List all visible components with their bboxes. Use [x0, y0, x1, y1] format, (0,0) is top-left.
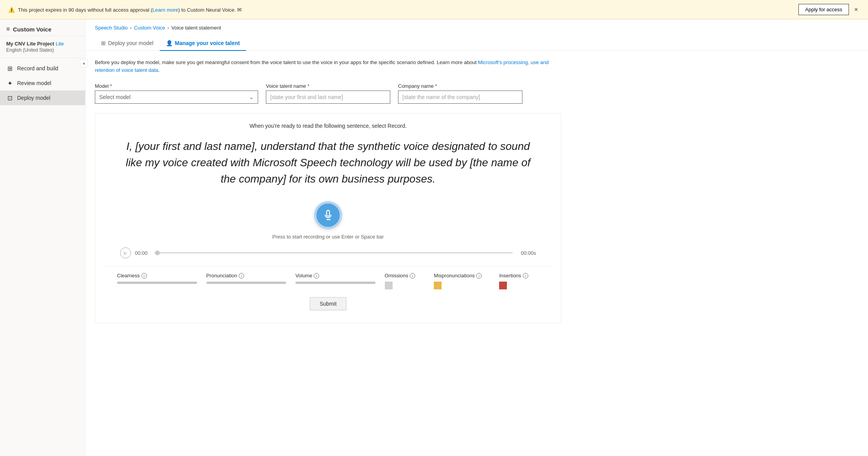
sidebar-item-deploy-model[interactable]: ⊡ Deploy model [0, 91, 85, 105]
model-select-wrapper: Select model ⌄ [95, 91, 258, 104]
deploy-tab-icon: ⊞ [101, 40, 106, 46]
project-info: My CNV Lite Project Lite English (United… [0, 36, 85, 58]
sidebar-item-record-build[interactable]: ⊞ Record and build [0, 61, 85, 76]
content-area: Speech Studio › Custom Voice › Voice tal… [86, 19, 868, 456]
metric-insertions: Insertions i [494, 273, 544, 289]
breadcrumb-separator: › [168, 25, 169, 31]
company-input[interactable] [398, 91, 522, 104]
tab-label: Manage your voice talent [175, 40, 240, 46]
close-banner-button[interactable]: × [852, 5, 860, 14]
insertions-label: Insertions i [499, 273, 539, 278]
company-name-field: Company name * [398, 83, 522, 104]
model-select[interactable]: Select model [99, 94, 249, 100]
project-language: English (United States) [6, 47, 79, 53]
menu-icon: ≡ [6, 26, 10, 33]
company-label: Company name * [398, 83, 522, 89]
metric-mispronunciations: Mispronunciations i [429, 273, 494, 289]
omissions-square [385, 282, 393, 289]
breadcrumb-separator: › [130, 25, 132, 31]
form-row: Model * Select model ⌄ Voice talent name… [95, 83, 859, 104]
apply-for-access-button[interactable]: Apply for access [798, 4, 849, 15]
app-name: Custom Voice [13, 26, 51, 33]
microphone-icon [322, 209, 334, 221]
sidebar-item-label: Deploy model [17, 95, 51, 101]
metric-omissions: Omissions i [380, 273, 430, 289]
required-star: * [108, 83, 112, 89]
pronunciation-label: Pronunciation i [206, 273, 286, 278]
tab-deploy-model[interactable]: ⊞ Deploy your model [95, 36, 160, 51]
mic-hint-text: Press to start recording or use Enter or… [272, 234, 384, 240]
email-icon: ✉ [237, 7, 242, 13]
mispronunciations-info-icon[interactable]: i [476, 273, 482, 278]
pronunciation-info-icon[interactable]: i [239, 273, 244, 278]
metrics-row: Clearness i Pronunciation i Volume i [105, 266, 552, 289]
volume-info-icon[interactable]: i [314, 273, 319, 278]
project-badge: Lite [56, 41, 64, 47]
banner-message: This project expires in 90 days without … [18, 7, 795, 13]
record-build-icon: ⊞ [6, 65, 13, 72]
mispronunciations-square [434, 282, 442, 289]
metric-volume: Volume i [291, 273, 380, 289]
sidebar-item-review-model[interactable]: ✦ Review model [0, 76, 85, 91]
page-content: Before you deploy the model, make sure y… [86, 51, 868, 331]
voice-talent-label: Voice talent name * [266, 83, 390, 89]
pronunciation-bar [206, 282, 286, 284]
clearness-info-icon[interactable]: i [141, 273, 147, 278]
metric-pronunciation: Pronunciation i [202, 273, 291, 289]
required-star: * [434, 83, 437, 89]
clearness-bar [117, 282, 197, 284]
required-star: * [306, 83, 309, 89]
insertions-square [499, 282, 507, 289]
tab-manage-voice-talent[interactable]: 👤 Manage your voice talent [160, 36, 246, 51]
volume-label: Volume i [295, 273, 375, 278]
insertions-info-icon[interactable]: i [523, 273, 528, 278]
sidebar-collapse-button[interactable]: « [80, 59, 88, 67]
breadcrumb-speech-studio[interactable]: Speech Studio [95, 25, 128, 31]
voice-talent-tab-icon: 👤 [166, 40, 173, 46]
project-name: My CNV Lite Project Lite [6, 41, 79, 47]
mic-container: Press to start recording or use Enter or… [105, 201, 552, 240]
omissions-info-icon[interactable]: i [410, 273, 415, 278]
submit-section: Submit [105, 289, 552, 313]
warning-icon: ⚠️ [8, 6, 15, 13]
sidebar-item-label: Review model [17, 80, 51, 86]
top-banner: ⚠️ This project expires in 90 days witho… [0, 0, 868, 19]
progress-thumb [155, 251, 160, 255]
page-description: Before you deploy the model, make sure y… [95, 59, 561, 74]
breadcrumb: Speech Studio › Custom Voice › Voice tal… [86, 19, 868, 36]
learn-more-link[interactable]: Learn more [152, 7, 178, 13]
submit-button[interactable]: Submit [310, 297, 346, 310]
microsoft-processing-link[interactable]: Microsoft's processing, use and retentio… [95, 59, 548, 73]
sidebar: ≡ Custom Voice « My CNV Lite Project Lit… [0, 19, 86, 456]
volume-bar [295, 282, 375, 284]
breadcrumb-current: Voice talent statement [171, 25, 221, 31]
select-chevron-icon: ⌄ [249, 94, 254, 100]
current-time: 00:00 [135, 250, 150, 256]
voice-talent-name-field: Voice talent name * [266, 83, 390, 104]
recording-card: When you're ready to read the following … [95, 113, 561, 323]
voice-talent-input[interactable] [266, 91, 390, 104]
record-button[interactable] [314, 201, 342, 229]
progress-track[interactable] [154, 252, 513, 253]
clearness-label: Clearness i [117, 273, 197, 278]
sidebar-header: ≡ Custom Voice [0, 19, 85, 36]
recording-instruction: When you're ready to read the following … [105, 123, 552, 129]
play-button[interactable]: ▷ [120, 247, 131, 258]
tabs-bar: ⊞ Deploy your model 👤 Manage your voice … [86, 36, 868, 51]
sidebar-item-label: Record and build [17, 65, 58, 71]
breadcrumb-custom-voice[interactable]: Custom Voice [134, 25, 165, 31]
model-field: Model * Select model ⌄ [95, 83, 258, 104]
mispronunciations-label: Mispronunciations i [434, 273, 490, 278]
model-label: Model * [95, 83, 258, 89]
review-model-icon: ✦ [6, 80, 13, 87]
recording-statement: I, [your first and last name], understan… [105, 138, 552, 187]
metric-clearness: Clearness i [112, 273, 202, 289]
tab-label: Deploy your model [108, 40, 154, 46]
audio-player: ▷ 00:00 00:00s [105, 247, 552, 258]
sidebar-navigation: ⊞ Record and build ✦ Review model ⊡ Depl… [0, 58, 85, 108]
deploy-model-icon: ⊡ [6, 94, 13, 101]
omissions-label: Omissions i [385, 273, 425, 278]
duration-display: 00:00s [517, 250, 536, 256]
